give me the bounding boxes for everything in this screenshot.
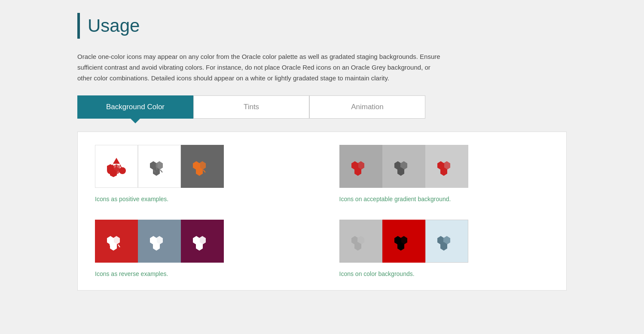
content-panel: Icons as positive examples. [77,132,567,291]
icon-cell [382,145,425,188]
tab-animation[interactable]: Animation [309,95,425,119]
example-label-positive: Icons as positive examples. [95,196,168,202]
icon-cell [138,220,181,263]
svg-line-36 [118,245,120,247]
icon-cell [425,220,468,263]
example-group-positive: Icons as positive examples. [95,145,305,202]
heading-bar [77,13,80,39]
example-group-reverse: Icons as reverse examples. [95,220,305,277]
icon-positive-1 [104,153,129,179]
heading-section: Usage [77,13,567,39]
icon-positive-2 [147,153,172,179]
icon-row-positive [95,145,224,188]
icon-cell [138,145,181,188]
icon-reverse-1 [104,228,129,254]
icon-color-bg-1 [348,228,374,254]
icon-positive-3 [189,153,215,179]
icon-cell [95,145,138,188]
example-label-reverse: Icons as reverse examples. [95,270,168,277]
tab-tints[interactable]: Tints [193,95,309,119]
icon-row-gradient [339,145,468,188]
svg-point-3 [119,167,126,174]
description-text: Oracle one-color icons may appear on any… [77,52,447,83]
example-label-gradient: Icons on acceptable gradient background. [339,196,451,202]
examples-grid: Icons as positive examples. [95,145,549,277]
icon-gradient-3 [434,153,460,179]
svg-line-15 [160,170,162,172]
example-group-color-bg: Icons on color backgrounds. [339,220,549,277]
icon-color-bg-3 [434,228,460,254]
icon-cell [382,220,425,263]
icon-cell [181,145,224,188]
svg-line-6 [120,165,122,168]
svg-line-21 [203,170,205,172]
example-label-color-bg: Icons on color backgrounds. [339,270,415,277]
icon-cell [339,145,382,188]
tabs-row: Background Color Tints Animation [77,95,567,119]
icon-row-color-bg [339,220,468,263]
icon-gradient-2 [391,153,417,179]
icon-row-reverse [95,220,224,263]
svg-marker-1 [113,159,119,163]
icon-cell [95,220,138,263]
icon-cell [339,220,382,263]
icon-reverse-2 [147,228,172,254]
example-group-gradient: Icons on acceptable gradient background. [339,145,549,202]
icon-gradient-1 [348,153,374,179]
page-title: Usage [88,15,140,36]
icon-cell [425,145,468,188]
icon-cell [181,220,224,263]
icon-color-bg-2 [391,228,417,254]
tab-background-color[interactable]: Background Color [77,95,193,119]
icon-reverse-3 [189,228,215,254]
